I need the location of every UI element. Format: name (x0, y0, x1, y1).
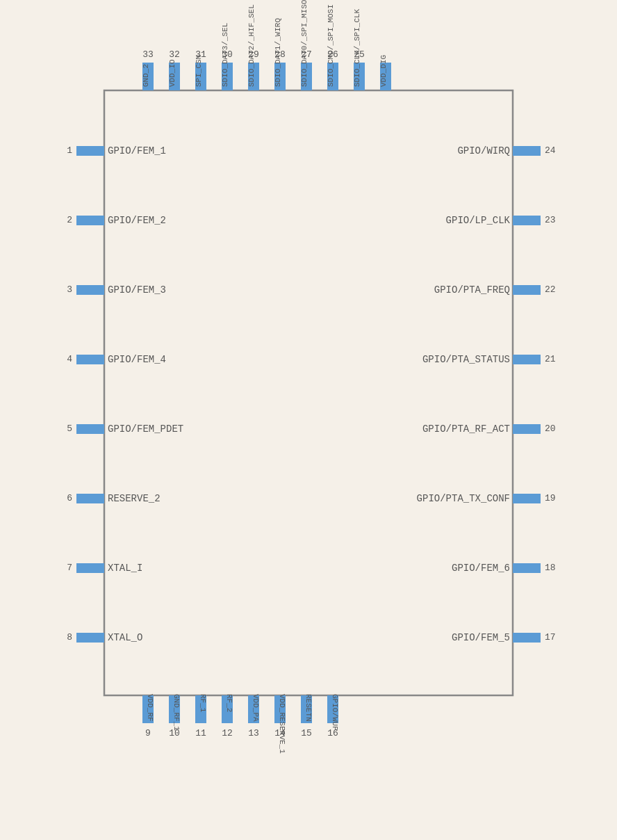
pin-label-18: GPIO/FEM_6 (452, 563, 510, 574)
pin-label-19: GPIO/PTA_TX_CONF (417, 493, 510, 504)
pin-stub-6 (76, 494, 104, 503)
pin-label-4: GPIO/FEM_4 (108, 354, 166, 365)
pin-number-20: 20 (545, 423, 556, 434)
pin-number-1: 1 (67, 145, 72, 156)
pin-label-17: GPIO/FEM_5 (452, 632, 510, 643)
pin-label-10: GND_RF_1 (172, 694, 181, 731)
pin-label-26: SDIO_CMD/_SPI_MOSI (327, 4, 335, 87)
pin-label-6: RESERVE_2 (108, 493, 161, 504)
pin-number-15: 15 (301, 728, 312, 738)
pin-label-30: SDIO_DAT3/_SEL (221, 23, 229, 87)
pin-stub-3 (76, 285, 104, 295)
pin-stub-4 (76, 355, 104, 364)
pin-label-29: SDIO_DAT2/_HIF_SEL (247, 4, 256, 87)
pin-label-20: GPIO/PTA_RF_ACT (422, 423, 510, 435)
pin-number-17: 17 (545, 632, 556, 643)
pin-stub-24 (513, 146, 541, 156)
pin-number-23: 23 (545, 215, 556, 225)
pin-number-32: 32 (169, 49, 180, 60)
ic-diagram: 33 GND_2 32 VDD_IO 31 SPI_CSN 30 SDIO_DA… (0, 0, 617, 840)
pin-label-24: GPIO/WIRQ (457, 145, 510, 156)
pin-label-32: VDD_IO (168, 59, 176, 87)
pin-stub-2 (76, 216, 104, 225)
pin-label-15: RESETN (304, 694, 313, 722)
pin-stub-5 (76, 424, 104, 434)
pin-label-7: XTAL_I (108, 563, 142, 574)
pin-number-8: 8 (67, 632, 72, 643)
pin-number-3: 3 (67, 284, 72, 295)
pin-number-9: 9 (145, 728, 151, 738)
pin-number-11: 11 (195, 728, 206, 738)
pin-label-13: VDD_PA (252, 694, 260, 722)
pin-label-31: SPI_CSN (195, 55, 203, 87)
pin-stub-8 (76, 633, 104, 643)
pin-label-1: GPIO/FEM_1 (108, 145, 166, 156)
pin-number-19: 19 (545, 493, 556, 503)
pin-label-28: SDIO_DAT1/_WIRQ (274, 18, 282, 87)
pin-stub-23 (513, 216, 541, 225)
pin-label-33: GND_2 (142, 64, 150, 87)
pin-label-11: RF_1 (199, 694, 207, 713)
pin-number-13: 13 (248, 728, 259, 738)
pin-label-23: GPIO/LP_CLK (446, 215, 511, 226)
pin-number-6: 6 (67, 493, 72, 503)
pin-label-25: SDIO_CLK/_SPI_CLK (353, 8, 361, 87)
pin-label-14: VDD_RESERVE_1 (278, 694, 286, 754)
pin-stub-22 (513, 285, 541, 295)
pin-label-8: XTAL_O (108, 632, 142, 643)
pin-stub-19 (513, 494, 541, 503)
pin-number-7: 7 (67, 563, 72, 573)
pin-label-9: VDD_RF (146, 694, 154, 722)
ic-body (104, 90, 513, 695)
pin-number-22: 22 (545, 284, 556, 295)
pin-stub-17 (513, 633, 541, 643)
pin-label-16: GPIO/WUP (331, 694, 339, 731)
pin-label-22: GPIO/PTA_FREQ (434, 284, 510, 296)
pin-label-3: GPIO/FEM_3 (108, 284, 166, 296)
pin-number-18: 18 (545, 563, 556, 573)
pin-label-2: GPIO/FEM_2 (108, 215, 166, 226)
pin-stub-1 (76, 146, 104, 156)
pin-stub-7 (76, 563, 104, 573)
pin-number-4: 4 (67, 354, 72, 364)
pin-number-12: 12 (222, 728, 233, 738)
pin-label-12: RF_2 (225, 694, 233, 712)
pin-number-2: 2 (67, 215, 72, 225)
pin-number-33: 33 (142, 49, 154, 60)
pin-label-5: GPIO/FEM_PDET (108, 423, 183, 435)
pin-stub-20 (513, 424, 541, 434)
pin-label-vdd-dig: VDD_DIG (379, 55, 388, 87)
pin-number-21: 21 (545, 354, 556, 364)
pin-stub-21 (513, 355, 541, 364)
pin-number-24: 24 (545, 145, 556, 156)
pin-label-21: GPIO/PTA_STATUS (422, 354, 510, 365)
pin-number-5: 5 (67, 423, 72, 434)
pin-stub-18 (513, 563, 541, 573)
pin-label-27: SDIO_DAT0/_SPI_MISO (300, 0, 308, 87)
